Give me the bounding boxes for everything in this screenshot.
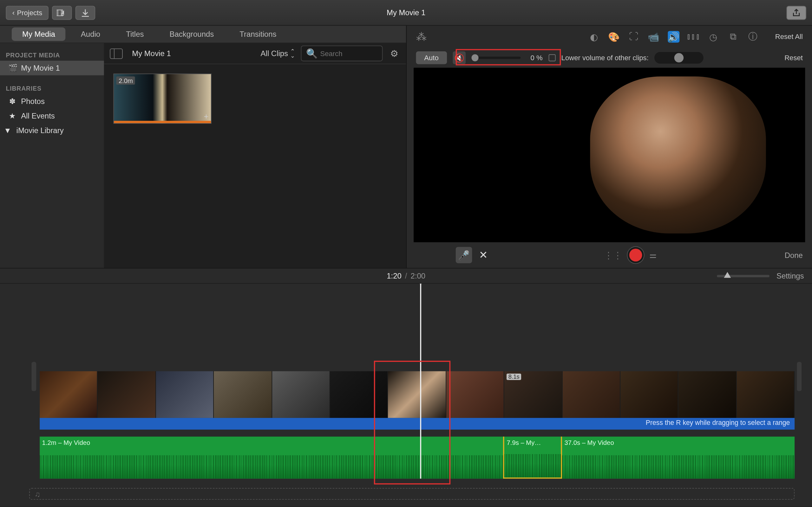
done-button[interactable]: Done [785,250,803,260]
settings-gear-button[interactable]: ⚙ [389,48,400,59]
media-import-button[interactable] [52,5,72,19]
sidebar: PROJECT MEDIA 🎬 My Movie 1 LIBRARIES ✽ P… [0,43,104,268]
speedometer-icon: ◷ [709,32,717,43]
audio-clip-selected[interactable]: 7.9s – My… [503,437,562,479]
speed-button[interactable]: ◷ [707,31,719,43]
video-frame[interactable] [98,372,156,418]
total-time: 2:00 [411,272,426,280]
clip-handle-left[interactable] [32,361,36,391]
info-button[interactable]: ⓘ [747,31,759,43]
share-icon [792,9,801,17]
speaker-icon: 🔊 [668,32,679,43]
lower-volume-checkbox[interactable] [548,54,555,61]
noise-reduction-button[interactable]: ⫾⫾⫾ [687,31,699,43]
video-frame[interactable] [562,372,620,418]
video-frame[interactable]: 8.1s [504,372,562,418]
volume-button[interactable]: 🔊 [668,31,679,43]
sidebar-item-photos[interactable]: ✽ Photos [0,94,104,109]
video-frame[interactable] [272,372,330,418]
reset-button[interactable]: Reset [784,54,803,62]
browser-tabs: My Media Audio Titles Backgrounds Transi… [0,26,406,43]
mute-button[interactable]: 🔇 [453,51,466,64]
clip-filter-label: All Clips [261,49,288,58]
audio-clip[interactable]: 37.0s – My Video [562,437,795,479]
tab-backgrounds[interactable]: Backgrounds [159,27,224,41]
search-field[interactable] [320,49,377,58]
microphone-icon: 🎤 [458,249,470,261]
timeline-settings-button[interactable]: Settings [776,272,804,280]
video-frame[interactable] [156,372,214,418]
lower-volume-label: Lower volume of other clips: [561,54,649,62]
auto-button[interactable]: Auto [416,51,447,64]
equalizer-icon: ⫾⫾⫾ [687,32,700,42]
reset-all-button[interactable]: Reset All [775,33,803,41]
video-frame[interactable] [388,372,446,418]
overlap-circles-icon: ⧉ [730,32,736,42]
back-projects-button[interactable]: ‹ Projects [6,5,49,19]
media-clip-thumbnail[interactable]: 2.0m + [113,73,211,124]
sidebar-header-project-media: PROJECT MEDIA [0,48,104,61]
video-frame[interactable] [678,372,737,418]
zoom-knob[interactable] [724,272,731,277]
stabilization-button[interactable]: 📹 [648,31,659,43]
clip-filter-dropdown[interactable]: All Clips ⌃⌄ [261,49,295,58]
volume-slider[interactable] [471,57,520,59]
camera-icon: 📹 [648,32,659,43]
video-frame[interactable] [737,372,795,418]
voiceover-mic-button[interactable]: 🎤 [456,247,472,263]
voiceover-options-button[interactable]: ⚌ [649,250,657,260]
gear-icon: ⚙ [390,48,398,59]
timeline[interactable]: 8.1s Press the R key while dragging to s… [0,284,812,507]
media-grid: 2.0m + [104,64,406,268]
audio-clip[interactable]: 1.2m – My Video [40,437,503,479]
audio-clip-label: 7.9s – My… [507,439,541,446]
zoom-slider[interactable] [717,275,769,277]
audio-track[interactable]: 1.2m – My Video 7.9s – My… 37.0s – My Vi… [40,437,795,479]
toggle-sidebar-button[interactable] [110,48,123,59]
playhead[interactable] [420,284,421,478]
clip-filter-button[interactable]: ⧉ [727,31,739,43]
crop-button[interactable]: ⛶ [628,31,640,43]
sidebar-item-imovie-library[interactable]: ▼ iMovie Library [0,123,104,138]
clip-handle-right[interactable] [797,361,802,391]
background-music-well[interactable]: ♫ [29,488,795,500]
color-balance-button[interactable]: ◐ [588,31,600,43]
video-frame[interactable] [214,372,272,418]
breadcrumb: My Movie 1 [132,49,171,58]
sidebar-item-project[interactable]: 🎬 My Movie 1 [0,61,104,75]
palette-icon: 🎨 [608,32,620,43]
tab-audio[interactable]: Audio [70,27,111,41]
tab-titles[interactable]: Titles [115,27,154,41]
video-frame[interactable] [620,372,678,418]
video-audio-bar[interactable]: Press the R key while dragging to select… [40,418,795,430]
cancel-voiceover-button[interactable]: ✕ [479,249,488,262]
share-button[interactable] [786,5,806,19]
window-title: My Movie 1 [387,8,425,17]
video-frame[interactable] [446,372,504,418]
sidebar-item-all-events[interactable]: ★ All Events [0,109,104,123]
video-preview[interactable] [414,68,805,242]
slider-knob[interactable] [471,54,478,61]
music-note-icon: ♫ [35,490,40,498]
video-frame[interactable] [40,372,98,418]
video-track[interactable]: 8.1s [40,372,795,418]
import-button[interactable] [75,5,96,19]
updown-icon: ⌃⌄ [290,49,295,58]
toggle-knob[interactable] [674,53,683,62]
color-correction-button[interactable]: 🎨 [608,31,620,43]
enhance-button[interactable]: ⁂ [416,31,426,43]
video-frame[interactable] [330,372,388,418]
add-clip-icon[interactable]: + [204,112,209,121]
media-browser: My Media Audio Titles Backgrounds Transi… [0,26,407,268]
record-button[interactable] [629,249,643,262]
preview-frame-content [590,76,766,233]
range-select-hint: Press the R key while dragging to select… [646,419,790,426]
tab-my-media[interactable]: My Media [12,27,66,41]
audio-clip-label: 1.2m – My Video [42,439,90,446]
flower-icon: ✽ [8,97,16,106]
tab-transitions[interactable]: Transitions [229,27,287,41]
viewer-panel: ⁂ ◐ 🎨 ⛶ 📹 🔊 ⫾⫾⫾ ◷ ⧉ ⓘ Reset All Auto [407,26,812,268]
half-circle-icon: ◐ [590,32,598,43]
lower-volume-toggle[interactable] [654,52,704,64]
search-input[interactable]: 🔍 [301,46,383,61]
